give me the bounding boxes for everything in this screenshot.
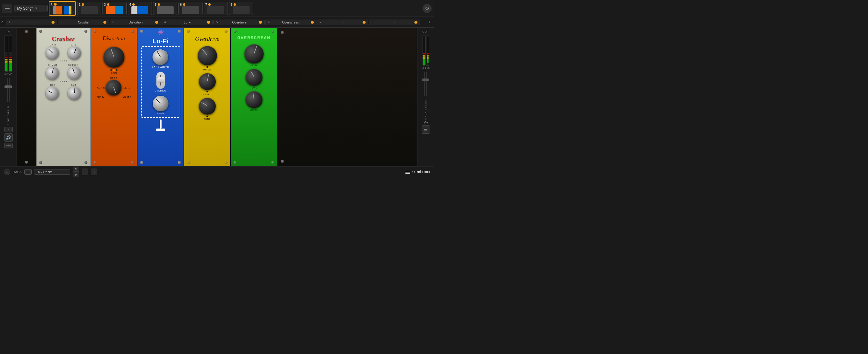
channel-slot-6[interactable]: 6 Overscream bbox=[265, 20, 316, 25]
main-content: IN bbox=[0, 28, 434, 166]
rack-forward-button[interactable]: → bbox=[91, 169, 97, 175]
crusher-module: Crusher GAIN BITS bbox=[36, 28, 91, 166]
crusher-title: Crusher bbox=[52, 36, 75, 42]
side-chain-label: SIDE CHAIN bbox=[7, 106, 10, 126]
channel-slot-5[interactable]: 5 Overdrive bbox=[213, 20, 265, 25]
rack-area: Crusher GAIN BITS bbox=[17, 28, 417, 166]
crusher-out-label: OUT bbox=[71, 84, 76, 86]
rack-down-button[interactable]: ▼ bbox=[73, 172, 79, 177]
info-icon: ℹ bbox=[6, 170, 7, 174]
od-tone-dot bbox=[207, 116, 208, 117]
overscream-drive-knob[interactable] bbox=[244, 44, 264, 64]
channel-slot-2[interactable]: 2 Crusher bbox=[58, 20, 109, 25]
rack-slot-7[interactable]: 7 bbox=[204, 2, 228, 15]
od-screw-bl bbox=[187, 161, 190, 164]
mixer-icon-button[interactable]: ☰ bbox=[422, 125, 430, 134]
speaker-icon: 🔊 bbox=[6, 135, 11, 140]
rack-slot-5-number: 5 bbox=[155, 3, 156, 6]
rack-back-button[interactable]: ← bbox=[82, 169, 88, 175]
overscream-module: OVERSCREAM DRIVE TONE LEVEL bbox=[231, 28, 278, 166]
side-chain-button[interactable]: - bbox=[4, 127, 13, 132]
speaker-button[interactable]: 🔊 bbox=[4, 133, 13, 142]
empty-slot-left bbox=[17, 28, 36, 166]
overdrive-level-knob[interactable] bbox=[199, 73, 216, 90]
channel-slot-8[interactable]: 8 - bbox=[369, 20, 420, 25]
lofi-stereo-label: STEREO bbox=[155, 90, 166, 92]
channel-4-power bbox=[207, 21, 210, 24]
rack-slot-5-preview bbox=[157, 6, 174, 14]
distortion-module: Distortion GAIN RECT CLIP 2● bbox=[91, 28, 137, 166]
channel-7-power bbox=[363, 21, 366, 24]
rack-slot-4[interactable]: 4 bbox=[128, 2, 152, 15]
song-name: My Song* bbox=[17, 6, 33, 10]
mix-button[interactable]: ─┼─ bbox=[4, 143, 13, 148]
distortion-gain-knob[interactable] bbox=[103, 47, 124, 68]
distortion-rect-knob[interactable] bbox=[106, 80, 121, 96]
rack-slot-2-number: 2 bbox=[79, 3, 81, 6]
lofi-lofi-knob[interactable] bbox=[153, 96, 168, 111]
lofi-module: 👾 Lo-Fi BANDWIDTH bbox=[137, 28, 184, 166]
rack-label: RACK bbox=[13, 170, 22, 174]
rack-slot-1-number: 1 bbox=[51, 2, 53, 6]
space-invader-icon: 👾 bbox=[157, 29, 164, 36]
overscream-title: OVERSCREAM bbox=[237, 36, 270, 41]
channel-1-power bbox=[52, 21, 55, 24]
channel-slot-7[interactable]: 7 - bbox=[317, 20, 368, 25]
svg-rect-4 bbox=[405, 172, 410, 173]
channel-slot-3[interactable]: 3 Distortion bbox=[110, 20, 161, 25]
crusher-cutoff-label: CUTOFF bbox=[68, 64, 79, 66]
down-icon: ▼ bbox=[74, 173, 78, 177]
overdrive-title: Overdrive bbox=[195, 36, 219, 42]
vu-meter-left-2 bbox=[9, 36, 12, 72]
overdrive-tone-knob[interactable] bbox=[199, 98, 216, 115]
crusher-gain-knob[interactable] bbox=[46, 46, 59, 60]
crusher-out-knob[interactable] bbox=[68, 87, 81, 100]
overdrive-level-label: LEVEL bbox=[203, 93, 211, 96]
right-sidebar: OUT -0.4 dB bbox=[417, 28, 434, 166]
crusher-crush-knob[interactable] bbox=[46, 67, 59, 80]
lofi-bandwidth-knob[interactable] bbox=[153, 49, 168, 65]
rack-usage-label: RACK USAGE bbox=[425, 100, 427, 119]
os-screw-tr bbox=[271, 30, 274, 33]
channel-8-power bbox=[414, 21, 417, 24]
overdrive-drive-knob[interactable] bbox=[198, 46, 217, 65]
channel-slot-4[interactable]: 4 Lo-Fi bbox=[161, 20, 213, 25]
left-fader[interactable] bbox=[7, 78, 10, 102]
distortion-clip1-label: CLIP 1● bbox=[97, 96, 104, 98]
rack-slot-1-preview bbox=[53, 6, 71, 14]
rack-slot-2[interactable]: 2 bbox=[77, 2, 101, 15]
od-screw-br bbox=[224, 161, 227, 164]
info-button[interactable]: ℹ bbox=[4, 169, 10, 175]
os-screw-br bbox=[271, 161, 274, 164]
lofi-screw-bl bbox=[140, 161, 143, 164]
overscream-level-knob[interactable] bbox=[246, 91, 262, 108]
dist-screw-br bbox=[131, 161, 134, 164]
rack-slot-5-power bbox=[158, 3, 160, 6]
distortion-dist1-label: ●DIST 1 bbox=[122, 87, 130, 89]
channel-bar: 2 1 - 2 Crusher 3 Distortion 4 Lo-Fi 5 O… bbox=[0, 17, 434, 28]
distortion-leds bbox=[110, 69, 118, 71]
rack-slot-1[interactable]: 1 bbox=[49, 1, 76, 16]
crusher-res-knob[interactable] bbox=[46, 87, 59, 100]
rack-slot-3[interactable]: 3 bbox=[102, 2, 127, 15]
lofi-bandwidth-label: BANDWIDTH bbox=[152, 66, 169, 68]
rack-slot-6[interactable]: 6 bbox=[179, 2, 203, 15]
mixbox-text: ↑↑ mixbox bbox=[412, 170, 430, 174]
crusher-cutoff-knob[interactable] bbox=[68, 67, 81, 80]
song-selector[interactable]: My Song* ▼ bbox=[14, 5, 48, 12]
mix-icon: ─┼─ bbox=[6, 144, 11, 147]
right-fader[interactable] bbox=[424, 72, 427, 96]
overdrive-module: Overdrive DRIVE LEVEL bbox=[184, 28, 231, 166]
settings-button[interactable]: ⚙ bbox=[423, 4, 432, 13]
rack-slot-5[interactable]: 5 bbox=[153, 2, 177, 15]
channel-slot-1[interactable]: 1 - bbox=[6, 20, 57, 25]
rack-name-field[interactable]: My Rack* bbox=[34, 169, 70, 175]
distortion-title: Distortion bbox=[102, 36, 125, 42]
overscream-tone-knob[interactable] bbox=[246, 69, 262, 86]
od-screw-tl bbox=[187, 30, 190, 33]
crusher-bits-knob[interactable] bbox=[68, 46, 81, 60]
lofi-stereo-slider[interactable] bbox=[156, 72, 165, 89]
lofi-screw-tr bbox=[178, 30, 181, 33]
rack-slot-1-power bbox=[54, 3, 57, 6]
rack-slot-8[interactable]: 8 bbox=[229, 2, 253, 15]
